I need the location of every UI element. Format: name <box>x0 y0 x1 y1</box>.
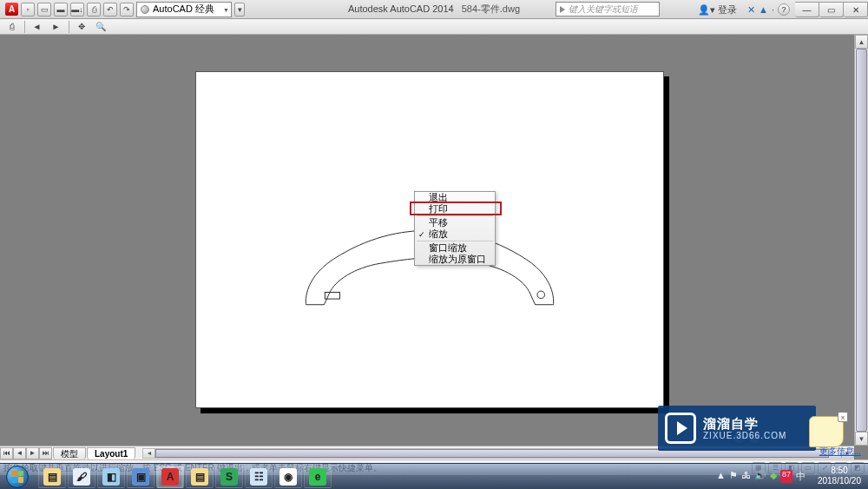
tab-model[interactable]: 模型 <box>53 447 86 459</box>
app-more-icon: ☷ <box>250 468 267 486</box>
minimize-button[interactable]: — <box>795 2 819 17</box>
qat-save-button[interactable]: ▬ <box>54 3 68 17</box>
a360-icon[interactable]: ▲ <box>759 4 768 15</box>
clock-time: 8:50 <box>818 466 861 476</box>
tray-volume-icon[interactable]: 🔊 <box>754 470 766 483</box>
taskbar-app-autocad[interactable]: A <box>156 466 184 488</box>
user-icon: 👤▾ <box>698 4 715 16</box>
tray-360-icon[interactable]: 87 <box>780 470 792 483</box>
help-icon[interactable]: ? <box>778 3 790 16</box>
ctx-zoom-label: 缩放 <box>429 228 448 241</box>
signin-label: 登录 <box>718 3 737 17</box>
taskbar-app-360[interactable]: e <box>304 466 332 488</box>
window-buttons: — ▭ ✕ <box>795 2 868 17</box>
desktop-icon: ▣ <box>132 468 149 486</box>
tray-ime-icon[interactable]: 中 <box>796 470 806 483</box>
scroll-thumb[interactable] <box>856 49 867 432</box>
tray-icons[interactable]: ▲ ⚑ 🖧 🔊 ◆ 87 中 <box>716 470 811 483</box>
system-tray: ▲ ⚑ 🖧 🔊 ◆ 87 中 8:50 2018/10/20 <box>716 463 868 489</box>
windows-logo-icon <box>6 466 29 488</box>
quick-access-toolbar: A ▫ ▭ ▬ ▬↓ ⎙ ↶ ↷ AutoCAD 经典 ▼ ▾ <box>0 2 245 17</box>
context-menu: 退出 打印 平移 ✓ 缩放 窗口缩放 缩放为原窗口 <box>414 191 496 266</box>
taskbar-apps: ▤🖌◧▣A▤S☷◉e <box>35 466 332 488</box>
taskbar-clock[interactable]: 8:50 2018/10/20 <box>811 463 868 489</box>
balloon-close-button[interactable]: x <box>838 412 848 422</box>
360-icon: e <box>309 468 326 486</box>
tab-next-button[interactable]: ► <box>26 447 39 459</box>
titlebar-right: 👤▾ 登录 ✕ ▲ · ? — ▭ ✕ <box>693 0 868 19</box>
qat-saveas-button[interactable]: ▬↓ <box>70 3 84 17</box>
watermark-title: 溜溜自学 <box>703 416 786 431</box>
tray-shield-icon[interactable]: ◆ <box>770 470 777 483</box>
start-button[interactable] <box>0 464 35 490</box>
qq-icon: ◉ <box>279 468 297 486</box>
tab-prev-button[interactable]: ◄ <box>13 447 26 459</box>
ctx-zoom-original[interactable]: 缩放为原窗口 <box>415 254 495 265</box>
ctx-zoom[interactable]: ✓ 缩放 <box>415 228 495 240</box>
qat-open-button[interactable]: ▭ <box>37 3 51 17</box>
taskbar-app-qq[interactable]: ◉ <box>274 466 302 488</box>
search-placeholder: 键入关键字或短语 <box>569 3 638 16</box>
zoom-button[interactable]: 🔍 <box>92 20 109 33</box>
hscroll-left-button[interactable]: ◄ <box>143 449 155 458</box>
tab-last-button[interactable]: ⏭ <box>39 447 52 459</box>
paint-icon: 🖌 <box>73 468 90 486</box>
qat-redo-button[interactable]: ↷ <box>120 3 134 17</box>
plot-preview-icon[interactable]: ⎙ <box>3 20 21 33</box>
drawing-area[interactable]: 退出 打印 平移 ✓ 缩放 窗口缩放 缩放为原窗口 ▲ ▼ <box>0 35 868 446</box>
watermark: 溜溜自学 ZIXUE.3D66.COM <box>658 406 816 451</box>
close-button[interactable]: ✕ <box>844 2 868 17</box>
qat-undo-button[interactable]: ↶ <box>103 3 117 17</box>
infocenter-icons: ✕ ▲ · ? <box>742 3 795 16</box>
next-page-button[interactable]: ► <box>48 20 65 33</box>
qat-plot-button[interactable]: ⎙ <box>87 3 101 17</box>
preview-toolbar: ⎙ ◄ ► ✥ 🔍 <box>0 19 868 35</box>
explorer-icon: ▤ <box>43 468 61 486</box>
signin-button[interactable]: 👤▾ 登录 <box>693 3 742 17</box>
exchange-icon[interactable]: ✕ <box>747 4 755 16</box>
chevron-down-icon: ▼ <box>223 6 229 12</box>
workspace-label: AutoCAD 经典 <box>153 3 214 16</box>
qat-new-button[interactable]: ▫ <box>21 3 35 17</box>
watermark-url: ZIXUE.3D66.COM <box>703 431 786 440</box>
search-arrow-icon <box>560 6 565 13</box>
scroll-down-button[interactable]: ▼ <box>855 432 868 446</box>
window-title: Autodesk AutoCAD 2014 584-零件.dwg <box>348 3 520 16</box>
taskbar-app-unknown1[interactable]: ◧ <box>97 466 125 488</box>
ctx-pan[interactable]: 平移 <box>415 217 495 228</box>
more-info-link[interactable]: 更多信息... <box>819 446 861 458</box>
app-icon[interactable]: A <box>5 3 18 16</box>
ctx-zoom-original-label: 缩放为原窗口 <box>429 253 486 266</box>
scroll-up-button[interactable]: ▲ <box>855 35 868 49</box>
app-name: Autodesk AutoCAD 2014 <box>348 3 454 14</box>
title-bar: A ▫ ▭ ▬ ▬↓ ⎙ ↶ ↷ AutoCAD 经典 ▼ ▾ Autodesk… <box>0 0 868 19</box>
windows-taskbar: ▤🖌◧▣A▤S☷◉e ▲ ⚑ 🖧 🔊 ◆ 87 中 8:50 2018/10/2… <box>0 463 868 489</box>
taskbar-app-desktop[interactable]: ▣ <box>127 466 155 488</box>
play-icon <box>665 413 696 444</box>
taskbar-app-paint[interactable]: 🖌 <box>68 466 95 488</box>
ctx-print[interactable]: 打印 <box>415 203 495 215</box>
qat-overflow-button[interactable]: ▾ <box>234 3 245 17</box>
document-name: 584-零件.dwg <box>462 3 520 14</box>
svg-point-1 <box>537 291 545 299</box>
pan-button[interactable]: ✥ <box>73 20 90 33</box>
ctx-exit[interactable]: 退出 <box>415 192 495 203</box>
taskbar-app-folder2[interactable]: ▤ <box>186 466 214 488</box>
tray-up-icon[interactable]: ▲ <box>716 470 726 483</box>
tray-flag-icon[interactable]: ⚑ <box>729 470 738 483</box>
prev-page-button[interactable]: ◄ <box>29 20 46 33</box>
maximize-button[interactable]: ▭ <box>819 2 844 17</box>
balloon-tip: x <box>809 416 844 447</box>
vertical-scrollbar[interactable]: ▲ ▼ <box>854 35 868 446</box>
infocenter-search[interactable]: 键入关键字或短语 <box>556 2 660 17</box>
taskbar-app-explorer[interactable]: ▤ <box>38 466 66 488</box>
folder2-icon: ▤ <box>191 468 208 486</box>
wps-icon: S <box>220 468 238 486</box>
tab-first-button[interactable]: ⏮ <box>0 447 13 459</box>
workspace-combo[interactable]: AutoCAD 经典 ▼ <box>136 2 232 17</box>
tab-layout1[interactable]: Layout1 <box>87 447 135 459</box>
clock-date: 2018/10/20 <box>818 476 861 486</box>
taskbar-app-wps[interactable]: S <box>215 466 243 488</box>
taskbar-app-app-more[interactable]: ☷ <box>245 466 273 488</box>
tray-network-icon[interactable]: 🖧 <box>741 470 751 483</box>
